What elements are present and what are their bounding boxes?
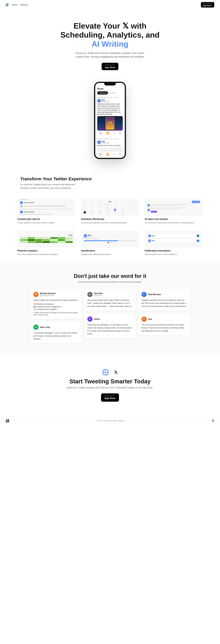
rewrite-btn[interactable]: Rewrite [151, 211, 157, 213]
phone-post-1-text: Reflecting on legends lost too soon. Kob… [97, 103, 123, 115]
footer: © 2024 Twidget. All rights reserved. 𝕏 [0, 416, 220, 425]
hc-14 [65, 239, 73, 241]
feature-ai-ideas-preview: Generate N N Rewrite [145, 198, 203, 216]
cta-logo-dot-2 [106, 370, 108, 372]
hc-1 [20, 237, 27, 239]
feature-analytics-title: Powerful analytics [17, 250, 75, 252]
features-grid: 5 June, 2024 Nick @cess0229 [9, 193, 211, 262]
cp-user-row-nick: Nick @cess0228 [20, 210, 73, 213]
share-icon: ↗ [119, 132, 121, 134]
testimonial-aziz: A Aziz This is my new go-to writing envi… [139, 314, 190, 335]
testimonial-aziz-info: Aziz [148, 318, 152, 320]
testimonial-sho-header: S Sho Rust @shorust [87, 292, 133, 297]
hc-7 [65, 237, 73, 239]
gam-stats: 237 February 2038 Followers [84, 238, 136, 240]
testimonial-aziz-text: This is my new go-to writing environment… [141, 324, 187, 332]
testimonial-artem-name: Artem [94, 318, 100, 320]
cp-date: 5 June, 2024 [20, 199, 73, 200]
gam-avatar: N [84, 234, 87, 238]
nav-home[interactable]: Home [12, 4, 17, 6]
testimonial-artem-header: A Artem [87, 316, 133, 322]
phone-post-1-avatar: N [97, 99, 101, 102]
cal-sat: S [129, 203, 131, 206]
phone-post-2-text: Days like these remind us to cherish... [97, 144, 123, 146]
phone-tab-current[interactable]: Current [108, 91, 117, 94]
jersey-number: 24 [108, 120, 112, 125]
comment-icon-2: 💬 [99, 153, 102, 156]
cal-d18: 17 [106, 211, 109, 214]
phone-post-2-date: Monday, October 12, 2024, 1:00 p.m. [97, 138, 123, 140]
gam-progress-fill [84, 240, 118, 241]
ai-row-1: N [147, 204, 200, 206]
jersey-team: LAKERS [108, 125, 113, 126]
footer-logo-dot-4 [7, 421, 9, 422]
testimonial-paul: P Paul Messner Twidget is fantastic and … [139, 289, 190, 310]
nav-features[interactable]: Features [20, 4, 28, 6]
feature-publication: N Nick in N Nick f Publication everywher… [145, 230, 203, 256]
testimonial-aziz-name: Aziz [148, 318, 152, 320]
cp-user-row-1: Nick @cess0229 [20, 201, 73, 204]
cal-d14: 13 [129, 208, 131, 211]
phone-post-2-name: Nick [102, 140, 109, 142]
hc-8 [20, 239, 27, 241]
phone-post-2-handle: @cesso228 [102, 142, 109, 144]
phone-notch [104, 83, 116, 86]
testimonials-subtitle: Hear from some of our amazing customers … [9, 280, 211, 283]
testimonial-paul-info: Paul Messner [148, 293, 161, 296]
gam-user: N Nick @bressno9 [84, 234, 136, 238]
hc-3 [35, 237, 42, 239]
x-logo-hero: 𝕏 [122, 21, 129, 30]
cp-avatar-nick [20, 210, 23, 213]
cal-mon: M [91, 203, 93, 206]
pub-name-2: Nick [152, 240, 196, 242]
nav-app-store-button[interactable]: Download on the App Store [201, 2, 214, 8]
phone-post-1: Monday, October 12, 2024, 1:00 p.m. N Ni… [95, 95, 125, 137]
phone-tab-upcoming[interactable]: Upcoming [97, 91, 108, 94]
phone-post-1-handle: @cesso229 [102, 101, 109, 102]
testimonial-artem-info: Artem [94, 318, 100, 320]
phone-screen: Posts Upcoming Current Monday, October 1… [95, 83, 125, 158]
feature-publication-desc: Easily publish across various platforms. [145, 253, 203, 256]
cta-logo-dot-4 [106, 373, 108, 375]
feature-gamification-title: Gamification [81, 250, 139, 252]
cal-tue: T [99, 203, 101, 206]
testimonial-michael-list-1: 🔥 Effortless scheduling [33, 303, 79, 305]
hc-15 [20, 241, 27, 243]
cta-icons: → 𝕏 [6, 370, 214, 375]
ai-generate-btn[interactable]: Generate [192, 201, 200, 203]
hero-description: Boost your Twitter with AI-driven schedu… [74, 51, 146, 59]
cal-d3: 2 [99, 206, 101, 208]
cp-avatar-2 [20, 205, 23, 208]
cal-d20: 19 [121, 211, 124, 214]
cp-bar-row [20, 214, 73, 215]
phone-post-1-date: Monday, October 12, 2024, 1:00 p.m. [97, 97, 123, 98]
cta-section: → 𝕏 Start Tweeting Smarter Today Boost y… [0, 355, 220, 416]
hc-2 [27, 237, 35, 239]
feature-analytics-desc: Gain deep insights with comprehensive an… [17, 253, 75, 256]
ai-row-2: N Rewrite [147, 208, 200, 213]
cal-d6: 5 [121, 206, 124, 208]
testimonial-paul-avatar: P [141, 292, 147, 297]
hero-app-store-button[interactable]: Download on the App Store [102, 63, 118, 70]
gamification-visual: N Nick @bressno9 237 February 2038 Follo… [82, 233, 138, 244]
feature-gamification-desc: Engage more with gamified features. [81, 253, 139, 256]
cal-d16: 15 [91, 211, 93, 214]
feature-content-plan: 5 June, 2024 Nick @cess0229 [17, 198, 75, 224]
feature-schedule-title: Schedule effortlessly [81, 218, 139, 220]
testimonial-michael-name: Michael Seeman [40, 292, 56, 294]
cta-logo-dot-1 [103, 370, 105, 372]
cal-d7: 6 [129, 206, 131, 208]
cta-app-store-button[interactable]: Download on the App Store [101, 394, 119, 402]
transform-title: Transform Your Twitter Experience [20, 176, 200, 181]
cal-thu: T [114, 203, 116, 206]
schedule-visual: May S M T W T F S 1 2 3 4 5 [82, 200, 138, 215]
cp-avatar-1 [20, 201, 23, 204]
feature-schedule-desc: Automate and optimize your post schedule… [81, 221, 139, 224]
testimonial-michael-list-3: 📊 Comprehensive analytics [33, 308, 79, 310]
feature-analytics: 7 days [17, 230, 75, 256]
cp-bar-1 [24, 206, 66, 207]
retweet-icon-2: 🔁 [106, 153, 109, 156]
footer-logo [6, 419, 9, 422]
testimonial-sho-avatar: S [87, 292, 92, 297]
testimonial-aziz-avatar: A [141, 316, 147, 322]
